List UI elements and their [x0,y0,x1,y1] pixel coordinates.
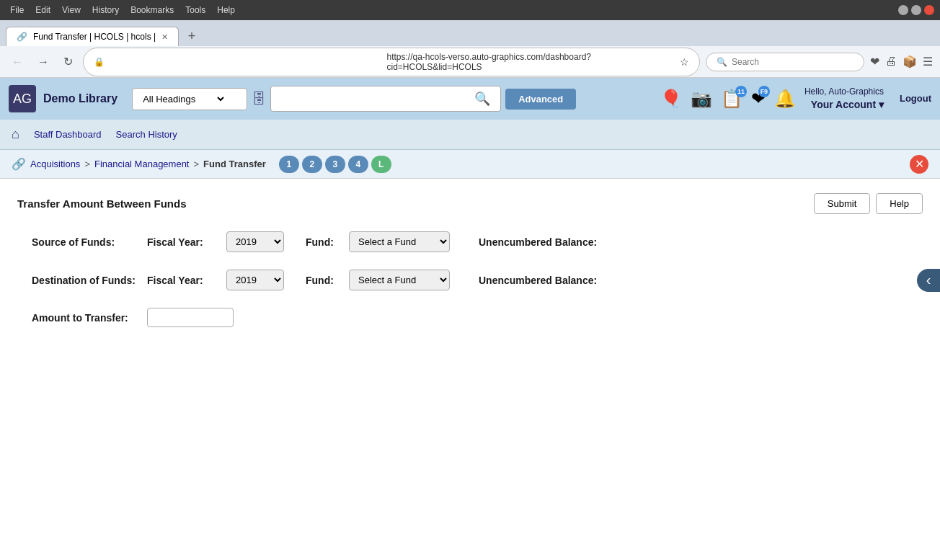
menu-history[interactable]: History [88,4,123,17]
list-badge: 11 [735,86,747,97]
heart-badge: F9 [758,86,770,97]
tab-close-button[interactable]: ✕ [161,32,168,42]
source-balance-section: Unencumbered Balance: [479,236,597,248]
transfer-form: Source of Funds: Fiscal Year: 2019 Fund:… [17,231,923,327]
menu-file[interactable]: File [6,4,28,17]
step-l-button[interactable]: L [371,156,391,173]
step-indicators: 1 2 3 4 L [279,156,391,173]
browser-actions: ❤ 🖨 📦 ☰ [870,55,933,68]
search-input-wrap: 🔍 [270,86,501,112]
step-2-button[interactable]: 2 [302,156,322,173]
reload-button[interactable]: ↻ [59,52,77,71]
side-toggle-button[interactable]: ‹ [917,269,940,292]
address-bar: ← → ↻ 🔒 https://qa-hcols-verso.auto-grap… [0,46,940,78]
greeting-text: Hello, Auto-Graphics [804,86,884,98]
minimize-button[interactable] [898,5,908,15]
destination-fiscal-select[interactable]: 2019 [226,270,284,290]
url-bar[interactable]: 🔒 https://qa-hcols-verso.auto-graphics.c… [83,48,700,76]
search-history-link[interactable]: Search History [116,129,177,140]
browser-search-input[interactable] [732,57,847,67]
menu-edit[interactable]: Edit [31,4,55,17]
bell-icon[interactable]: 🔔 [774,89,796,109]
browser-menu[interactable]: File Edit View History Bookmarks Tools H… [6,4,239,17]
main-search-input[interactable] [278,94,471,105]
menu-tools[interactable]: Tools [181,4,210,17]
destination-balance-label: Unencumbered Balance: [479,275,597,286]
app-logo: AG [9,85,36,112]
submit-button[interactable]: Submit [814,193,870,214]
source-label: Source of Funds: [32,236,147,248]
window-controls[interactable] [898,5,934,15]
menu-icon[interactable]: ☰ [923,55,933,68]
close-window-button[interactable] [924,5,934,15]
breadcrumb-bar: 🔗 Acquisitions > Financial Management > … [0,150,940,179]
search-container: All Headings 🗄 🔍 Advanced [132,86,653,112]
new-tab-button[interactable]: + [183,27,200,45]
page-content: Transfer Amount Between Funds Submit Hel… [0,179,940,539]
breadcrumb-sep-2: > [194,159,200,169]
forward-button[interactable]: → [33,53,53,71]
bookmark-star-icon[interactable]: ☆ [680,56,689,68]
home-icon[interactable]: ⌂ [12,127,19,142]
source-fiscal-group: Fiscal Year: 2019 [147,231,284,252]
page-title: Transfer Amount Between Funds [17,197,186,210]
menu-help[interactable]: Help [213,4,239,17]
breadcrumb-fund-transfer: Fund Transfer [203,159,266,169]
destination-balance-section: Unencumbered Balance: [479,275,597,286]
help-button[interactable]: Help [876,193,923,214]
page-header: Transfer Amount Between Funds Submit Hel… [17,193,923,214]
list-icon[interactable]: 📋 11 [721,89,742,109]
breadcrumb-sep-1: > [84,159,90,169]
maximize-button[interactable] [911,5,921,15]
source-fiscal-select[interactable]: 2019 [226,231,284,252]
breadcrumb-financial-mgmt[interactable]: Financial Management [94,159,190,169]
database-icon[interactable]: 🗄 [252,91,266,107]
heart-icon[interactable]: ❤ F9 [751,89,766,109]
print-icon[interactable]: 🖨 [885,55,897,68]
security-icon: 🔒 [94,57,383,67]
close-panel-button[interactable]: ✕ [910,155,928,174]
page-actions: Submit Help [814,193,923,214]
source-fund-label: Fund: [306,236,349,248]
destination-fund-select[interactable]: Select a Fund [349,270,450,290]
destination-label: Destination of Funds: [32,275,147,286]
step-1-button[interactable]: 1 [279,156,299,173]
search-button[interactable]: 🔍 [471,91,493,107]
step-4-button[interactable]: 4 [348,156,368,173]
breadcrumb-acquisitions[interactable]: Acquisitions [30,159,80,169]
source-fiscal-label: Fiscal Year: [147,236,219,248]
tab-favicon: 🔗 [17,32,27,42]
destination-funds-row: Destination of Funds: Fiscal Year: 2019 … [32,270,908,290]
amount-row: Amount to Transfer: [32,308,908,327]
source-balance-label: Unencumbered Balance: [479,236,597,248]
container-icon[interactable]: 📦 [903,55,917,68]
browser-search-bar[interactable]: 🔍 [706,53,864,71]
tab-title: Fund Transfer | HCOLS | hcols | [33,32,156,42]
advanced-search-button[interactable]: Advanced [505,89,576,110]
amount-label: Amount to Transfer: [32,312,147,324]
headings-select-input[interactable]: All Headings [140,93,226,105]
nav-bar: ⌂ Staff Dashboard Search History [0,120,940,150]
logout-button[interactable]: Logout [900,93,931,104]
back-button[interactable]: ← [7,53,27,71]
camera-icon[interactable]: 📷 [691,89,712,109]
headings-dropdown[interactable]: All Headings [132,88,247,110]
menu-view[interactable]: View [58,4,85,17]
url-text: https://qa-hcols-verso.auto-graphics.com… [387,52,676,72]
account-dropdown[interactable]: Your Account ▾ [804,98,884,112]
staff-dashboard-link[interactable]: Staff Dashboard [34,129,102,140]
breadcrumb-icon: 🔗 [12,157,26,171]
user-info: Hello, Auto-Graphics Your Account ▾ [804,86,884,112]
step-3-button[interactable]: 3 [325,156,345,173]
amount-input[interactable] [147,308,234,327]
pocket-icon[interactable]: ❤ [870,55,879,68]
browser-titlebar: File Edit View History Bookmarks Tools H… [0,0,940,20]
library-name: Demo Library [43,92,117,105]
active-tab[interactable]: 🔗 Fund Transfer | HCOLS | hcols | ✕ [6,27,179,46]
header-icons: 🎈 📷 📋 11 ❤ F9 🔔 Hello, Auto-Graphics You… [660,86,931,112]
dropdown-arrow-icon: ▾ [879,99,884,110]
menu-bookmarks[interactable]: Bookmarks [126,4,178,17]
destination-fund-label: Fund: [306,275,349,286]
balloon-icon[interactable]: 🎈 [660,89,682,109]
source-fund-select[interactable]: Select a Fund [349,231,450,252]
